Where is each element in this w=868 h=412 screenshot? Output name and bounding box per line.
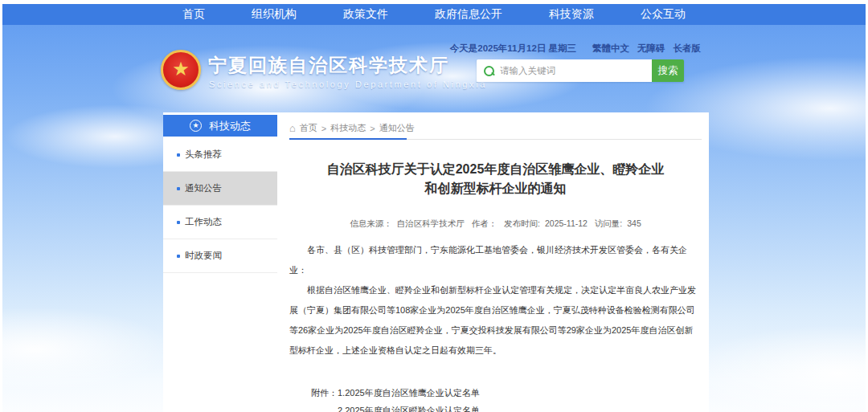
meta-publish-label: 发布时间: xyxy=(504,218,540,228)
breadcrumb-tech-news[interactable]: 科技动态 xyxy=(330,122,366,134)
link-accessibility[interactable]: 无障碍 xyxy=(637,43,665,55)
bullet-icon xyxy=(177,187,180,190)
sidebar-title: 科技动态 xyxy=(209,119,251,133)
meta-visits-value: 345 xyxy=(627,218,641,228)
sidebar-item-notices[interactable]: 通知公告 xyxy=(163,172,277,206)
sidebar-header: ★ 科技动态 xyxy=(163,115,277,137)
sidebar: ★ 科技动态 头条推荐 通知公告 工作动态 时政要闻 xyxy=(163,115,277,273)
sidebar-item-current-affairs[interactable]: 时政要闻 xyxy=(163,239,277,273)
attachments-label: 附件： xyxy=(311,384,338,412)
search-input[interactable] xyxy=(500,66,652,75)
circle-star-icon: ★ xyxy=(190,120,202,132)
meta-publish-date: 2025-11-12 xyxy=(545,218,588,228)
article-body: 各市、县（区）科技管理部门，宁东能源化工基地管委会，银川经济技术开发区管委会，各… xyxy=(289,240,702,361)
breadcrumb-home[interactable]: 首页 xyxy=(300,122,317,134)
top-navigation: 首页 组织机构 政策文件 政府信息公开 科技资源 公众互动 xyxy=(2,4,866,25)
link-traditional-chinese[interactable]: 繁體中文 xyxy=(592,43,629,55)
current-date-text: 今天是2025年11月12日 星期三 xyxy=(450,43,576,55)
header-utility-row: 今天是2025年11月12日 星期三 繁體中文 无障碍 长者版 xyxy=(450,43,701,55)
link-senior-version[interactable]: 长者版 xyxy=(674,43,702,55)
nav-item-resources[interactable]: 科技资源 xyxy=(549,7,594,22)
bullet-icon xyxy=(177,153,180,157)
sidebar-item-label: 通知公告 xyxy=(185,182,222,194)
paragraph-main: 根据自治区雏鹰企业、瞪羚企业和创新型标杆企业认定管理有关规定，决定认定半亩良人农… xyxy=(289,280,702,361)
main-content: ⌂ 首页 > 科技动态 > 通知公告 自治区科技厅关于认定2025年度自治区雏鹰… xyxy=(289,119,702,412)
sidebar-menu: 头条推荐 通知公告 工作动态 时政要闻 xyxy=(163,138,277,273)
paragraph-salutation: 各市、县（区）科技管理部门，宁东能源化工基地管委会，银川经济技术开发区管委会，各… xyxy=(289,240,702,280)
meta-source-value: 自治区科学技术厅 xyxy=(397,218,465,228)
search-input-wrap xyxy=(477,59,652,82)
attachments-block: 附件： 1.2025年度自治区雏鹰企业认定名单 2.2025年度自治区瞪羚企业认… xyxy=(311,384,702,412)
article-title: 自治区科技厅关于认定2025年度自治区雏鹰企业、瞪羚企业 和创新型标杆企业的通知 xyxy=(289,160,702,198)
emblem-star-icon: ★ xyxy=(172,59,190,79)
attachment-link-2[interactable]: 2.2025年度自治区瞪羚企业认定名单 xyxy=(338,402,506,412)
site-title: 宁夏回族自治区科学技术厅 xyxy=(208,53,449,78)
breadcrumb: ⌂ 首页 > 科技动态 > 通知公告 xyxy=(289,119,702,137)
meta-source-label: 信息来源： xyxy=(350,218,392,228)
nav-item-policy[interactable]: 政策文件 xyxy=(343,7,388,22)
home-icon: ⌂ xyxy=(289,123,296,133)
bullet-icon xyxy=(177,255,180,258)
sidebar-item-label: 头条推荐 xyxy=(185,149,222,161)
attachment-link-1[interactable]: 1.2025年度自治区雏鹰企业认定名单 xyxy=(338,384,506,402)
nav-item-organization[interactable]: 组织机构 xyxy=(252,7,297,22)
attachments-list: 1.2025年度自治区雏鹰企业认定名单 2.2025年度自治区瞪羚企业认定名单 … xyxy=(338,384,506,412)
nav-item-home[interactable]: 首页 xyxy=(182,7,205,22)
breadcrumb-divider-accent xyxy=(289,138,407,140)
breadcrumb-notices[interactable]: 通知公告 xyxy=(379,122,415,134)
meta-author-label: 作者： xyxy=(472,218,497,228)
site-subtitle: Science and Technology Department of Nin… xyxy=(209,80,487,89)
search-icon xyxy=(484,66,494,76)
breadcrumb-divider xyxy=(289,137,702,140)
article-title-line2: 和创新型标杆企业的通知 xyxy=(289,179,702,198)
sidebar-item-headlines[interactable]: 头条推荐 xyxy=(163,138,277,172)
sidebar-item-label: 工作动态 xyxy=(185,216,222,228)
search-button[interactable]: 搜索 xyxy=(652,59,684,82)
sidebar-item-work-updates[interactable]: 工作动态 xyxy=(163,206,277,239)
article-title-line1: 自治区科技厅关于认定2025年度自治区雏鹰企业、瞪羚企业 xyxy=(289,160,702,179)
breadcrumb-separator: > xyxy=(370,124,375,133)
breadcrumb-separator: > xyxy=(321,124,326,133)
sidebar-item-label: 时政要闻 xyxy=(185,250,222,262)
article-meta: 信息来源：自治区科学技术厅 作者： 发布时间:2025-11-12 访问量:34… xyxy=(289,218,702,230)
national-emblem-logo: ★ xyxy=(161,50,201,90)
meta-visits-label: 访问量: xyxy=(595,218,622,228)
nav-item-gov-info[interactable]: 政府信息公开 xyxy=(435,7,502,22)
bullet-icon xyxy=(177,221,180,224)
content-panel: ★ 科技动态 头条推荐 通知公告 工作动态 时政要闻 ⌂ xyxy=(163,112,709,412)
nav-item-interaction[interactable]: 公众互动 xyxy=(641,7,686,22)
search-bar: 搜索 xyxy=(477,59,684,82)
header-quick-links: 繁體中文 无障碍 长者版 xyxy=(592,43,701,55)
